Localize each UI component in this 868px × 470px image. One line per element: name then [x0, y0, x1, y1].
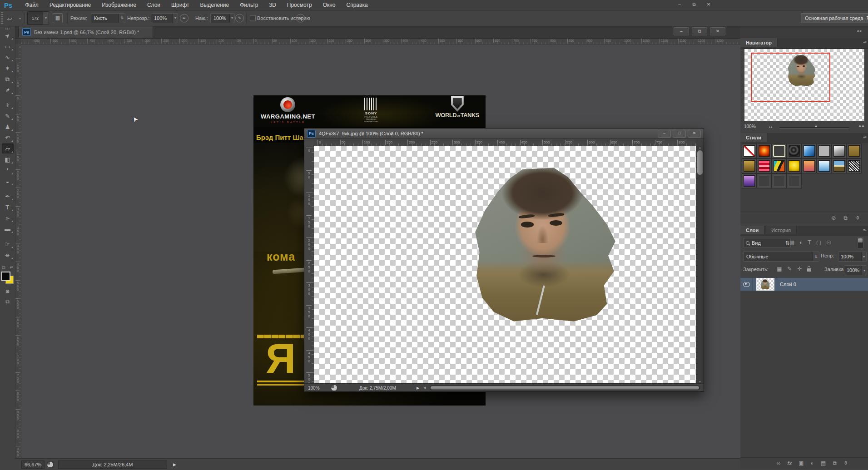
horizontal-scrollbar[interactable] [430, 385, 700, 390]
clone-stamp-tool[interactable]: ♟ [2, 122, 14, 132]
tablet-pressure-size-icon[interactable]: ✒ [296, 14, 305, 22]
screen-mode-icon[interactable]: ⧉ [2, 298, 14, 305]
gradient-tool[interactable]: ◧ [2, 154, 14, 164]
collapse-panels-icon[interactable]: ◀◀ [857, 29, 862, 32]
menu-item-5[interactable]: Шрифт [166, 2, 194, 8]
app-close-button[interactable]: ✕ [703, 1, 714, 8]
style-empty-3[interactable] [787, 173, 802, 188]
menu-item-9[interactable]: Просмотр [282, 2, 317, 8]
float-minimize-button[interactable]: – [658, 130, 671, 138]
lock-position-icon[interactable]: ✛ [797, 266, 802, 272]
style-khaki[interactable] [847, 143, 862, 158]
tab-history[interactable]: История [766, 226, 797, 234]
brush-preset-picker[interactable]: 172 ▾ [27, 11, 49, 25]
lasso-tool[interactable]: ∿ [2, 52, 14, 62]
style-purple-gloss[interactable] [742, 173, 757, 188]
zoom-out-icon[interactable]: ▲▲ [769, 125, 772, 128]
toggle-brush-panel-icon[interactable]: ▦ [53, 13, 63, 23]
status-zoom-value[interactable]: 66,67% [21, 460, 45, 469]
floating-ruler-h[interactable]: 0501001502002503003504004505005506006507… [314, 139, 696, 146]
style-tan-gradient[interactable] [742, 158, 757, 173]
zoom-tool[interactable]: ⌀ [2, 250, 14, 260]
float-zoom-value[interactable]: 100% [308, 385, 320, 390]
document-tab[interactable]: Ps Без имени-1.psd @ 66,7% (Слой 20, RGB… [18, 26, 153, 38]
menu-item-7[interactable]: Фильтр [234, 2, 263, 8]
opacity-dropdown[interactable]: 100% ▾ [151, 13, 178, 23]
airbrush-toggle-icon[interactable]: ✎ [235, 14, 244, 22]
filter-type-layers-icon[interactable]: T [808, 238, 811, 247]
style-pink-stripes[interactable] [757, 158, 772, 173]
filter-pixel-layers-icon[interactable]: ▦ [789, 238, 794, 247]
delete-layer-icon[interactable]: ⚱ [843, 460, 848, 466]
dodge-tool[interactable]: ◒ [2, 176, 14, 186]
restore-history-checkbox[interactable] [250, 15, 256, 21]
menu-item-11[interactable]: Справка [341, 2, 373, 8]
style-sky-gloss[interactable] [817, 158, 832, 173]
layer-name[interactable]: Слой 0 [780, 282, 796, 287]
move-tool[interactable]: ➤ [2, 30, 14, 40]
filter-shape-layers-icon[interactable]: ▢ [816, 238, 821, 247]
navigator-zoom-value[interactable]: 100% [744, 124, 756, 129]
tab-navigator[interactable]: Навигатор [740, 38, 778, 47]
style-gray[interactable] [817, 143, 832, 158]
adjustment-layer-icon[interactable]: ◐ [811, 460, 814, 466]
new-style-icon[interactable]: ⧉ [843, 215, 848, 221]
lock-paint-icon[interactable]: ✎ [787, 266, 792, 272]
type-tool[interactable]: T [2, 202, 14, 212]
cutout-head-image[interactable] [474, 166, 617, 323]
magic-wand-tool[interactable]: ✶ [2, 63, 14, 73]
layer-filter-dropdown[interactable]: Вид ⇅ [743, 238, 791, 248]
flow-dropdown[interactable]: 100% ▾ [210, 13, 235, 23]
scroll-up-icon[interactable]: ▲ [696, 146, 704, 149]
fill-box[interactable]: 100% ▾ [844, 265, 867, 275]
slider-thumb-icon[interactable]: ▲ [814, 124, 818, 128]
menu-item-1[interactable]: Файл [20, 2, 44, 8]
menu-item-2[interactable]: Редактирование [44, 2, 96, 8]
delete-style-icon[interactable]: ⚱ [855, 215, 860, 221]
style-sunset[interactable] [802, 158, 817, 173]
floating-canvas-transparency[interactable] [314, 146, 696, 384]
blend-mode-dropdown[interactable]: Обычные ⇅ [743, 252, 819, 262]
new-layer-icon[interactable]: ⧉ [833, 460, 837, 466]
app-minimize-button[interactable]: – [674, 1, 685, 8]
horizontal-scroll-thumb[interactable] [431, 386, 699, 389]
filter-adjustment-layers-icon[interactable]: ◐ [799, 238, 803, 247]
toolbar-grip[interactable] [5, 28, 10, 30]
style-empty-1[interactable] [757, 173, 772, 188]
doc-minimize-button[interactable]: – [674, 27, 689, 35]
style-stroke[interactable] [772, 143, 787, 158]
blur-tool[interactable]: ❜ [2, 165, 14, 175]
style-empty-2[interactable] [772, 173, 787, 188]
tablet-pressure-opacity-icon[interactable]: ✒ [180, 14, 188, 22]
default-colors-icon[interactable]: ◳ [2, 265, 6, 269]
style-blue-gloss[interactable] [802, 143, 817, 158]
layer-group-icon[interactable]: ▤ [821, 460, 826, 466]
panel-menu-icon[interactable]: ▾≡ [863, 40, 866, 45]
rectangle-tool[interactable]: ▬ [2, 224, 14, 234]
clear-style-icon[interactable]: ⊘ [831, 215, 836, 221]
menu-item-4[interactable]: Слои [142, 2, 166, 8]
history-brush-tool[interactable]: ↶ [2, 133, 14, 143]
main-ruler-h[interactable]: -600-550-500-450-400-350-300-250-200-150… [21, 38, 740, 45]
tab-layers[interactable]: Слои [740, 226, 764, 234]
zoom-in-icon[interactable]: ▲▲ [858, 124, 864, 128]
foreground-color-swatch[interactable] [1, 272, 10, 281]
menu-item-10[interactable]: Окно [317, 2, 341, 8]
vertical-scroll-thumb[interactable] [697, 150, 703, 175]
doc-restore-button[interactable]: ⧉ [692, 27, 707, 35]
layer-visibility-toggle[interactable] [740, 278, 753, 291]
link-layers-icon[interactable]: ∞ [777, 460, 781, 466]
rectangular-marquee-tool[interactable]: ▭ [2, 41, 14, 51]
style-silver-curve[interactable] [832, 143, 847, 158]
mode-dropdown[interactable]: Кисть ⇅ [91, 13, 125, 23]
navigator-view-box[interactable] [751, 53, 830, 102]
navigator-zoom-slider[interactable]: ▲ [779, 127, 849, 129]
style-camo[interactable] [772, 158, 787, 173]
menu-item-8[interactable]: 3D [263, 2, 281, 8]
swap-colors-icon[interactable]: ⇄ [10, 265, 13, 269]
style-red-glow[interactable] [757, 143, 772, 158]
tool-preset-caret-icon[interactable]: ▾ [19, 16, 21, 20]
current-tool-eraser-icon[interactable]: ▱ [7, 15, 12, 22]
pen-tool[interactable]: ✒ [2, 191, 14, 201]
floating-window-titlebar[interactable]: Ps 4QFx3s7_9vk.jpg @ 100% (Слой 0, RGB/8… [304, 129, 704, 139]
